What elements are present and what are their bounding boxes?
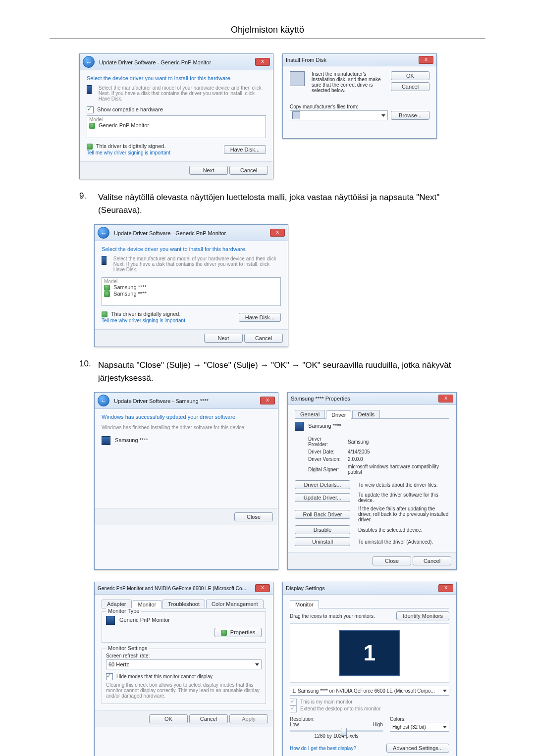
close-icon[interactable]: X xyxy=(438,584,453,592)
date-label: Driver Date: xyxy=(308,449,346,455)
tab-color[interactable]: Color Management xyxy=(206,600,264,608)
model-header: Model xyxy=(89,117,264,122)
dialog-title: ← Update Driver Software - Samsung **** xyxy=(98,395,209,406)
tab-general[interactable]: General xyxy=(295,410,325,418)
close-icon[interactable]: X xyxy=(260,397,275,404)
ok-button[interactable]: OK xyxy=(149,714,188,723)
close-icon[interactable]: X xyxy=(255,584,270,592)
close-icon[interactable]: X xyxy=(438,395,453,403)
monitor-icon xyxy=(106,616,115,625)
dialog-subtext: Select the manufacturer and model of you… xyxy=(99,85,266,101)
advanced-button[interactable]: Advanced Settings... xyxy=(386,744,449,753)
monitor-icon xyxy=(295,422,304,431)
hide-modes-checkbox[interactable] xyxy=(106,673,113,680)
properties-button[interactable]: Properties xyxy=(214,628,262,637)
tab-troubleshoot[interactable]: Troubleshoot xyxy=(162,600,205,608)
hide-modes-desc: Clearing this check box allows you to se… xyxy=(106,682,262,699)
rollback-text: If the device fails after updating the d… xyxy=(358,506,449,522)
driver-details-text: To view details about the driver files. xyxy=(358,482,449,488)
close-icon[interactable]: X xyxy=(270,229,285,237)
have-disk-button[interactable]: Have Disk... xyxy=(239,313,281,322)
update-driver-text: To update the driver software for this d… xyxy=(358,492,449,503)
tab-monitor[interactable]: Monitor xyxy=(133,600,162,608)
refresh-rate-select[interactable]: 60 Hertz xyxy=(106,659,262,669)
model-item[interactable]: Samsung **** xyxy=(104,291,278,297)
monitor-icon xyxy=(87,85,92,94)
show-compatible-checkbox[interactable] xyxy=(87,106,94,113)
update-driver-button[interactable]: Update Driver... xyxy=(295,493,350,502)
browse-button[interactable]: Browse... xyxy=(391,111,429,120)
res-value: 1280 by 1024 pixels xyxy=(290,733,383,739)
show-compatible-label: Show compatible hardware xyxy=(97,106,163,112)
shield-icon xyxy=(104,285,110,291)
close-button[interactable]: Close xyxy=(373,556,411,565)
resolution-label: Resolution: xyxy=(290,716,383,722)
model-item[interactable]: Samsung **** xyxy=(104,284,278,291)
next-button[interactable]: Next xyxy=(204,334,243,343)
signer-value: microsoft windows hardware compatibility… xyxy=(347,463,448,475)
monitor-icon xyxy=(102,256,107,265)
driver-details-button[interactable]: Driver Details... xyxy=(295,480,350,489)
best-display-link[interactable]: How do I get the best display? xyxy=(290,746,356,751)
floppy-icon xyxy=(290,71,305,86)
tab-monitor[interactable]: Monitor xyxy=(290,600,319,608)
close-button[interactable]: Close xyxy=(234,512,273,521)
resolution-slider[interactable] xyxy=(290,730,383,732)
dialog-heading: Select the device driver you want to ins… xyxy=(87,75,266,81)
rollback-button[interactable]: Roll Back Driver xyxy=(295,510,350,519)
update-driver-dialog-a: ← Update Driver Software - Generic PnP M… xyxy=(79,53,273,179)
colors-label: Colors: xyxy=(390,716,449,722)
provider-label: Driver Provider: xyxy=(308,436,346,448)
hide-modes-label: Hide modes that this monitor cannot disp… xyxy=(116,674,213,679)
shield-icon xyxy=(104,291,110,297)
dialog-subtext: Select the manufacturer and model of you… xyxy=(113,256,281,272)
res-low: Low xyxy=(290,722,299,727)
driver-updated-dialog: ← Update Driver Software - Samsung **** … xyxy=(94,392,278,570)
ok-button[interactable]: OK xyxy=(391,71,429,80)
cancel-button[interactable]: Cancel xyxy=(229,166,268,175)
breadcrumb: Update Driver Software - Samsung **** xyxy=(114,398,209,404)
tab-driver[interactable]: Driver xyxy=(326,410,351,419)
cancel-button[interactable]: Cancel xyxy=(413,556,451,565)
slider-thumb[interactable] xyxy=(341,728,347,736)
refresh-value: 60 Hertz xyxy=(108,661,129,667)
signed-text: This driver is digitally signed. xyxy=(96,143,166,149)
dialog-title: Install From Disk xyxy=(286,57,326,63)
colors-select[interactable]: Highest (32 bit) xyxy=(390,722,449,732)
back-icon[interactable]: ← xyxy=(98,395,109,406)
back-icon[interactable]: ← xyxy=(83,56,95,68)
dialog-subtext: Windows has finished installing the driv… xyxy=(102,425,271,430)
cancel-button[interactable]: Cancel xyxy=(244,334,283,343)
model-item[interactable]: Generic PnP Monitor xyxy=(89,122,264,129)
dialog-title: Samsung **** Properties xyxy=(291,396,350,402)
page-title: Ohjelmiston käyttö xyxy=(50,25,485,35)
monitor-select[interactable]: 1. Samsung **** on NVIDIA GeForce 6600 L… xyxy=(290,686,449,696)
refresh-label: Screen refresh rate: xyxy=(106,653,262,658)
monitor-preview[interactable]: 1 xyxy=(339,630,400,676)
cancel-button[interactable]: Cancel xyxy=(189,714,228,723)
signing-link[interactable]: Tell me why driver signing is important xyxy=(102,318,185,323)
cancel-button[interactable]: Cancel xyxy=(391,82,429,91)
apply-button[interactable]: Apply xyxy=(229,714,268,723)
drive-select[interactable] xyxy=(290,110,388,120)
step-text: Napsauta "Close" (Sulje) → "Close" (Sulj… xyxy=(98,359,485,384)
have-disk-button[interactable]: Have Disk... xyxy=(224,145,266,154)
close-icon[interactable]: X xyxy=(255,58,270,66)
disable-button[interactable]: Disable xyxy=(295,525,350,534)
tab-details[interactable]: Details xyxy=(352,410,380,418)
tab-adapter[interactable]: Adapter xyxy=(102,600,132,608)
device-name: Samsung **** xyxy=(308,423,341,429)
identify-button[interactable]: Identify Monitors xyxy=(396,611,449,620)
disable-text: Disables the selected device. xyxy=(358,527,449,533)
shield-icon xyxy=(87,144,93,150)
shield-icon xyxy=(102,311,107,317)
back-icon[interactable]: ← xyxy=(98,227,109,239)
uninstall-button[interactable]: Uninstall xyxy=(295,537,350,546)
breadcrumb: Update Driver Software - Generic PnP Mon… xyxy=(114,230,226,236)
floppy-icon xyxy=(292,111,300,119)
signing-link[interactable]: Tell me why driver signing is important xyxy=(87,150,170,155)
close-icon[interactable]: X xyxy=(419,56,433,64)
step-text: Valitse näytöllä olevasta näyttöjen luet… xyxy=(98,191,485,216)
next-button[interactable]: Next xyxy=(189,166,228,175)
step-number: 10. xyxy=(79,359,91,384)
